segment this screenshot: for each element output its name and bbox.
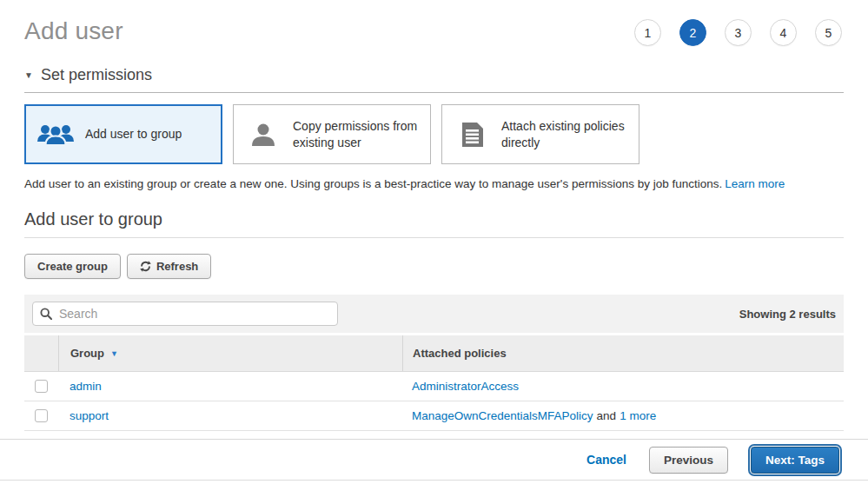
page-header: Add user 1 2 3 4 5 xyxy=(24,0,844,57)
step-5[interactable]: 5 xyxy=(815,19,842,46)
policy-link[interactable]: AdministratorAccess xyxy=(412,380,519,393)
group-column-header[interactable]: Group ▼ xyxy=(58,335,402,371)
set-permissions-section-header[interactable]: ▼ Set permissions xyxy=(24,66,844,93)
previous-button[interactable]: Previous xyxy=(649,447,728,474)
and-text: and xyxy=(597,409,617,422)
select-all-cell xyxy=(24,335,58,371)
permissions-description: Add user to an existing group or create … xyxy=(24,177,844,190)
option-label: Copy permissions from existing user xyxy=(293,118,421,149)
more-policies-link[interactable]: 1 more xyxy=(620,409,656,422)
row-checkbox[interactable] xyxy=(35,380,48,393)
create-group-button[interactable]: Create group xyxy=(24,254,121,279)
option-label: Add user to group xyxy=(85,126,182,142)
group-name-link[interactable]: support xyxy=(70,409,109,422)
option-label: Attach existing policies directly xyxy=(501,118,630,149)
results-count: Showing 2 results xyxy=(739,308,836,321)
permission-options: Add user to group Copy permissions from … xyxy=(24,104,844,164)
section-label: Set permissions xyxy=(41,66,152,84)
description-text: Add user to an existing group or create … xyxy=(24,177,722,190)
option-add-user-to-group[interactable]: Add user to group xyxy=(24,104,222,164)
add-user-to-group-heading: Add user to group xyxy=(24,209,844,238)
table-row-admin: admin AdministratorAccess xyxy=(24,372,844,401)
search-box xyxy=(32,302,338,326)
group-name-link[interactable]: admin xyxy=(70,380,102,393)
wizard-footer: Cancel Previous Next: Tags xyxy=(0,439,868,484)
table-toolbar: Showing 2 results xyxy=(24,295,844,333)
create-group-label: Create group xyxy=(37,260,108,273)
search-icon xyxy=(40,308,52,323)
step-2-current[interactable]: 2 xyxy=(679,19,706,46)
row-checkbox[interactable] xyxy=(35,409,48,422)
table-row-support: support ManageOwnCredentialsMFAPolicy an… xyxy=(24,401,844,431)
step-3[interactable]: 3 xyxy=(725,19,752,46)
document-icon xyxy=(453,122,491,148)
policies-column-header: Attached policies xyxy=(402,335,844,371)
add-user-page: Add user 1 2 3 4 5 ▼ Set permissions xyxy=(0,0,868,431)
collapse-caret-icon: ▼ xyxy=(24,71,33,80)
page-title: Add user xyxy=(24,16,123,47)
policy-link[interactable]: ManageOwnCredentialsMFAPolicy xyxy=(412,409,593,422)
table-header-row: Group ▼ Attached policies xyxy=(24,335,844,372)
user-icon xyxy=(244,122,282,148)
option-copy-permissions[interactable]: Copy permissions from existing user xyxy=(233,104,431,164)
refresh-button[interactable]: Refresh xyxy=(127,254,211,279)
step-4[interactable]: 4 xyxy=(770,19,797,46)
groups-table: Showing 2 results Group ▼ Attached polic… xyxy=(24,295,844,431)
refresh-icon xyxy=(140,261,151,272)
learn-more-link[interactable]: Learn more xyxy=(725,177,785,190)
bottom-divider xyxy=(0,480,868,481)
step-1[interactable]: 1 xyxy=(634,19,661,46)
cancel-link[interactable]: Cancel xyxy=(586,453,626,467)
group-actions: Create group Refresh xyxy=(24,254,844,279)
option-attach-policies[interactable]: Attach existing policies directly xyxy=(441,104,639,164)
sort-descending-icon: ▼ xyxy=(110,349,118,358)
refresh-label: Refresh xyxy=(156,260,198,273)
step-indicator: 1 2 3 4 5 xyxy=(634,19,842,46)
search-input[interactable] xyxy=(32,302,338,326)
next-tags-button[interactable]: Next: Tags xyxy=(751,447,839,474)
group-icon xyxy=(36,122,75,148)
